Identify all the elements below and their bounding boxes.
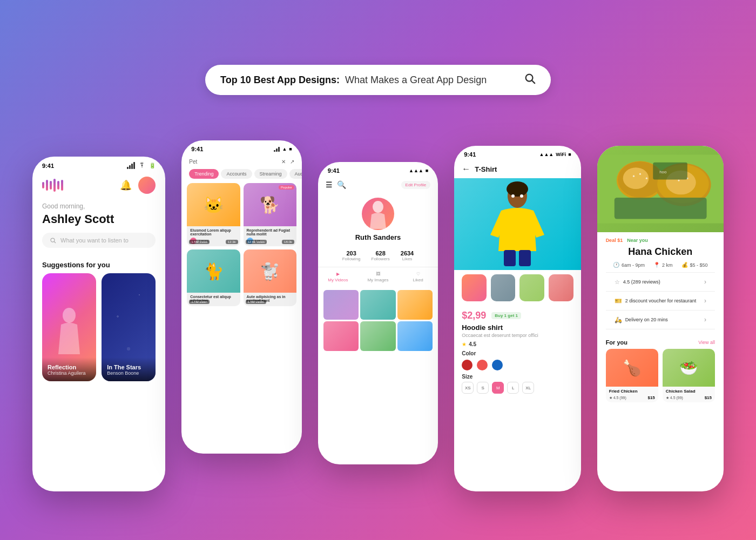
profile-topbar: ☰ 🔍 Edit Profile xyxy=(318,177,438,193)
salad-rating: ★ 4.5 (99) xyxy=(666,396,683,400)
stat-likes: 2634 Likes xyxy=(401,250,414,261)
tab-my-images[interactable]: 🖼 My Images xyxy=(358,267,398,287)
color-blue[interactable] xyxy=(492,360,503,370)
svg-point-11 xyxy=(520,194,523,198)
thumb-5[interactable] xyxy=(360,321,395,351)
food-header-image: hoo xyxy=(597,146,724,232)
time-4: 9:41 xyxy=(464,151,476,158)
tab-liked[interactable]: ♡ Liked xyxy=(398,267,438,287)
close-icon[interactable]: ✕ xyxy=(281,159,286,165)
views-2: 12.6k views xyxy=(246,240,267,244)
thumb-product-4[interactable] xyxy=(549,274,573,301)
price-range-meta: 💰 $5 - $50 xyxy=(681,262,708,268)
suggestion-card-reflection[interactable]: Reflection Christina Aguilera xyxy=(42,273,96,381)
stat-followers: 628 Followers xyxy=(372,250,390,261)
svg-point-21 xyxy=(645,178,647,179)
tab-streaming[interactable]: Streaming xyxy=(254,169,287,179)
voucher-content: 🎫 2 discount voucher for restaurant xyxy=(615,298,697,305)
share-icon[interactable]: ↗ xyxy=(290,159,294,165)
pet-card-1[interactable]: 🐱 1.5M views 12.3k Elusmod Lorem aliqup … xyxy=(187,183,240,246)
wifi-2: ▲ xyxy=(282,146,287,152)
price-icon: 💰 xyxy=(681,262,688,268)
thumb-product-2[interactable] xyxy=(491,274,516,301)
tab-accounts[interactable]: Accounts xyxy=(221,169,252,179)
model-figure xyxy=(485,181,550,267)
chicken-rating: ★ 4.5 (99) xyxy=(609,396,626,400)
signal-icon-2 xyxy=(274,147,280,152)
rating-row[interactable]: ☆ 4.5 (289 reviews) › xyxy=(606,275,715,289)
back-button[interactable]: ← xyxy=(462,164,470,174)
stat-following: 203 Following xyxy=(342,250,361,261)
card1-title: Reflection xyxy=(48,364,91,370)
followers-count: 628 xyxy=(372,250,390,256)
star-icon-3: ★ xyxy=(609,396,612,400)
signal-icon xyxy=(127,162,135,169)
figure-silhouette xyxy=(50,306,88,365)
views-2b: 18.0k xyxy=(282,240,294,244)
phones-container: 9:41 🔋 xyxy=(0,140,756,491)
size-xl[interactable]: XL xyxy=(522,382,534,394)
thumb-product-1[interactable] xyxy=(462,274,487,301)
chevron-icon-3: › xyxy=(704,316,706,323)
color-dark-red[interactable] xyxy=(462,360,473,370)
suggestion-cards: Reflection Christina Aguilera In The Sta… xyxy=(32,273,165,381)
thumb-3[interactable] xyxy=(397,290,433,320)
thumb-2[interactable] xyxy=(360,290,395,320)
suggestion-card-stars[interactable]: In The Stars Benson Boone xyxy=(102,273,156,381)
chevron-icon-2: › xyxy=(704,297,706,305)
delivery-row[interactable]: 🛵 Delivery on 20 mins › xyxy=(606,313,715,327)
tab-my-videos[interactable]: ▶ My Videos xyxy=(318,267,358,287)
pet-card-2[interactable]: 🐕 Populer 12.6k views 18.0k Reprehenderi… xyxy=(244,183,296,246)
bell-icon[interactable]: 🔔 xyxy=(120,179,132,191)
pet-card-4[interactable]: 🐩 1.5M views Aute adipisicing as in nost… xyxy=(244,249,296,306)
pet-card-3[interactable]: 🐈 1.5M views Consectetur est aliqup adpi… xyxy=(187,249,240,306)
price-row: $2,99 Buy 1 get 1 xyxy=(454,306,580,323)
thumb-4[interactable] xyxy=(323,321,359,351)
color-label: Color xyxy=(454,350,580,360)
voucher-row[interactable]: 🎫 2 discount voucher for restaurant › xyxy=(606,294,715,308)
svg-point-7 xyxy=(507,181,528,197)
search-bar[interactable]: Top 10 Best App Designs: What Makes a Gr… xyxy=(205,65,551,95)
svg-point-10 xyxy=(511,194,515,198)
thumb-1[interactable] xyxy=(323,290,359,320)
thumb-product-3[interactable] xyxy=(519,274,544,301)
rating-content: ☆ 4.5 (289 reviews) xyxy=(615,279,660,286)
svg-rect-9 xyxy=(519,250,531,266)
size-l[interactable]: L xyxy=(507,382,519,394)
chicken-image: 🍗 xyxy=(606,349,658,387)
color-red[interactable] xyxy=(477,360,488,370)
status-bar-3: 9:41 ▲▲▲ ■ xyxy=(318,162,438,177)
voucher-icon: 🎫 xyxy=(615,298,622,305)
cat-image: 🐱 xyxy=(187,183,240,226)
restaurant-meta: 🕐 6am - 9pm 📍 2 km 💰 $5 - $50 xyxy=(606,262,715,268)
music-search[interactable]: What you want to listen to xyxy=(42,233,156,248)
view-all-link[interactable]: View all xyxy=(698,340,715,345)
restaurant-badges: Deal $1 Near you xyxy=(606,238,715,243)
size-xs[interactable]: XS xyxy=(462,382,474,394)
divider-4 xyxy=(606,329,715,329)
delivery-icon: 🛵 xyxy=(615,316,622,323)
menu-icon[interactable]: ☰ xyxy=(326,180,333,189)
search-icon[interactable] xyxy=(524,72,536,87)
edit-profile-button[interactable]: Edit Profile xyxy=(401,181,431,189)
hours-meta: 🕐 6am - 9pm xyxy=(613,262,645,268)
thumb-6[interactable] xyxy=(397,321,433,351)
size-s[interactable]: S xyxy=(477,382,489,394)
user-name: Ashley Scott xyxy=(42,212,156,226)
user-avatar[interactable] xyxy=(138,177,156,194)
svg-line-3 xyxy=(54,241,56,243)
food-card-salad[interactable]: 🥗 Chicken Salad ★ 4.5 (99) $15 xyxy=(663,349,715,402)
delivery-content: 🛵 Delivery on 20 mins xyxy=(615,316,668,323)
music-header: 🔔 Good morning, Ashley Scott What you wa… xyxy=(32,172,165,254)
tab-trending[interactable]: Trending xyxy=(189,169,219,179)
food-card-chicken[interactable]: 🍗 Fried Chicken ★ 4.5 (99) $15 xyxy=(606,349,658,402)
chicken-info: Fried Chicken ★ 4.5 (99) $15 xyxy=(606,387,658,402)
size-m[interactable]: M xyxy=(492,382,504,394)
svg-text:hoo: hoo xyxy=(659,170,667,174)
price-range-text: $5 - $50 xyxy=(690,262,708,268)
tab-audio[interactable]: Audio xyxy=(289,169,302,179)
profile-search-icon[interactable]: 🔍 xyxy=(337,180,346,189)
chicken-meta: ★ 4.5 (99) $15 xyxy=(609,395,655,400)
pet3-image: 🐩 xyxy=(244,249,296,293)
battery-2: ■ xyxy=(289,146,292,152)
